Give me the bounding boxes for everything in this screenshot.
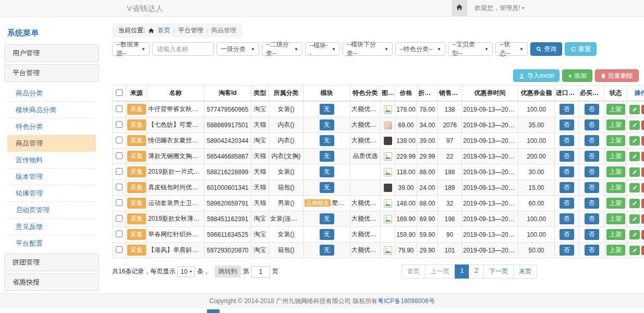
row-checkbox[interactable]: [116, 121, 123, 128]
status-button[interactable]: 上架: [606, 182, 625, 193]
must-buy-toggle[interactable]: 否: [585, 135, 599, 146]
edit-button[interactable]: [629, 183, 640, 192]
sidebar-item[interactable]: 拼团管理: [4, 254, 99, 271]
import-select-toggle[interactable]: 否: [560, 229, 574, 240]
edit-button[interactable]: [629, 136, 640, 146]
filter-select[interactable]: 一级分类▼: [216, 42, 259, 56]
must-buy-toggle[interactable]: 否: [585, 182, 599, 193]
jump-page-input[interactable]: [251, 266, 270, 278]
sidebar-subitem[interactable]: 启动页管理: [7, 202, 96, 219]
import-select-toggle[interactable]: 否: [560, 151, 574, 162]
must-buy-toggle[interactable]: 否: [585, 104, 599, 115]
must-buy-toggle[interactable]: 否: [585, 166, 599, 177]
page-size-select[interactable]: 10 ▾: [177, 267, 195, 277]
row-checkbox[interactable]: [116, 231, 123, 237]
row-checkbox[interactable]: [116, 246, 123, 253]
edit-button[interactable]: [629, 246, 640, 255]
sidebar-subitem[interactable]: 模块商品分类: [7, 102, 96, 118]
filter-select[interactable]: --状态--▼: [495, 42, 528, 56]
sidebar-subitem[interactable]: 平台配置: [7, 235, 96, 251]
delete-button[interactable]: [641, 167, 644, 177]
page-button[interactable]: 2: [469, 264, 484, 279]
must-buy-toggle[interactable]: 否: [585, 229, 599, 240]
import-select-toggle[interactable]: 否: [560, 213, 574, 224]
must-buy-toggle[interactable]: 否: [585, 119, 599, 130]
page-button[interactable]: 1: [455, 264, 470, 279]
filter-select[interactable]: --数据来源--▼: [112, 42, 150, 56]
status-button[interactable]: 上架: [606, 213, 625, 224]
edit-button[interactable]: [629, 167, 640, 177]
sidebar-subitem[interactable]: 商品分类: [7, 85, 96, 102]
status-button[interactable]: 上架: [606, 198, 625, 209]
sidebar-item[interactable]: 平台管理: [4, 64, 99, 82]
must-buy-toggle[interactable]: 否: [585, 151, 599, 162]
filter-select[interactable]: --模块下分类--▼: [343, 42, 393, 56]
edit-button[interactable]: [629, 152, 640, 161]
sidebar-subitem[interactable]: 意见反馈: [7, 219, 96, 235]
import-select-toggle[interactable]: 否: [560, 135, 574, 146]
must-buy-toggle[interactable]: 否: [585, 198, 599, 209]
status-button[interactable]: 上架: [606, 166, 625, 177]
import-select-toggle[interactable]: 否: [560, 119, 574, 130]
row-checkbox[interactable]: [116, 215, 123, 222]
delete-button[interactable]: [641, 105, 644, 114]
status-button[interactable]: 上架: [606, 245, 625, 256]
delete-button[interactable]: [641, 183, 644, 192]
filter-select[interactable]: --二级分类--▼: [262, 42, 302, 56]
status-button[interactable]: 上架: [606, 104, 625, 115]
delete-button[interactable]: [641, 230, 644, 239]
delete-button[interactable]: [641, 121, 644, 130]
delete-button[interactable]: [641, 136, 644, 146]
must-buy-toggle[interactable]: 否: [585, 213, 599, 224]
query-button[interactable]: 查询: [530, 42, 562, 56]
status-button[interactable]: 上架: [606, 229, 625, 240]
edit-button[interactable]: [629, 199, 640, 208]
must-buy-toggle[interactable]: 否: [585, 245, 599, 256]
batch-delete-button[interactable]: 批量删除: [595, 69, 639, 82]
edit-button[interactable]: [629, 214, 640, 224]
page-button[interactable]: 首页: [402, 264, 426, 279]
sidebar-subitem[interactable]: 版本管理: [7, 168, 96, 185]
name-search-input[interactable]: [152, 42, 214, 56]
row-checkbox[interactable]: [116, 105, 123, 112]
user-menu[interactable]: 欢迎您，管理员! ▾: [475, 4, 524, 13]
page-button[interactable]: 上一页: [425, 264, 455, 279]
status-button[interactable]: 上架: [606, 119, 625, 130]
sidebar-item[interactable]: 省惠快报: [4, 273, 99, 291]
import-excel-button[interactable]: 导入excel: [513, 69, 560, 82]
status-button[interactable]: 上架: [606, 135, 625, 146]
row-checkbox[interactable]: [116, 168, 123, 175]
sidebar-subitem[interactable]: 宣传物料: [7, 152, 96, 168]
sidebar-subitem[interactable]: 轮播管理: [7, 185, 96, 202]
delete-button[interactable]: [641, 246, 644, 255]
import-select-toggle[interactable]: 否: [560, 245, 574, 256]
row-checkbox[interactable]: [116, 184, 123, 190]
icp-link[interactable]: 粤ICP备16098006号: [378, 297, 434, 306]
home-button[interactable]: [452, 0, 467, 16]
page-button[interactable]: 末页: [513, 264, 537, 279]
row-checkbox[interactable]: [116, 152, 123, 159]
edit-button[interactable]: [629, 121, 640, 130]
delete-button[interactable]: [641, 152, 644, 161]
sidebar-item[interactable]: 用户管理: [4, 44, 99, 62]
import-select-toggle[interactable]: 否: [560, 198, 574, 209]
edit-button[interactable]: [629, 105, 640, 114]
edit-button[interactable]: [629, 230, 640, 239]
import-select-toggle[interactable]: 否: [560, 104, 574, 115]
import-select-toggle[interactable]: 否: [560, 182, 574, 193]
delete-button[interactable]: [641, 214, 644, 224]
filter-select[interactable]: --特色分类--▼: [395, 42, 445, 56]
page-button[interactable]: 下一页: [483, 264, 514, 279]
reset-button[interactable]: 重置: [565, 42, 597, 56]
add-button[interactable]: + 添加: [562, 69, 592, 82]
filter-select[interactable]: --模块--▼: [305, 42, 340, 56]
sidebar-subitem[interactable]: 商品管理: [7, 135, 96, 152]
delete-button[interactable]: [641, 199, 644, 208]
jump-button[interactable]: 跳转到: [215, 266, 241, 278]
sidebar-subitem[interactable]: 特色分类: [7, 118, 96, 135]
row-checkbox[interactable]: [116, 199, 123, 206]
row-checkbox[interactable]: [116, 137, 123, 143]
select-all-checkbox[interactable]: [116, 89, 123, 96]
filter-select[interactable]: --宝贝类型--▼: [448, 42, 493, 56]
status-button[interactable]: 上架: [606, 151, 625, 162]
